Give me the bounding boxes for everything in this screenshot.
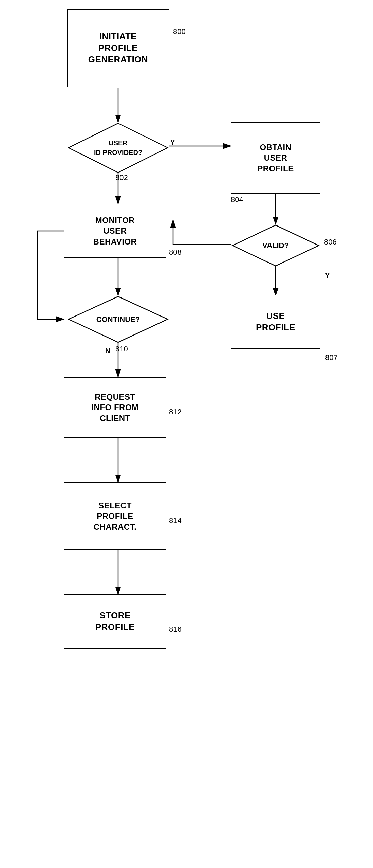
label-808: 808 [169,248,182,257]
label-810: 810 [115,345,128,354]
label-816: 816 [169,625,182,634]
arrow-y2: Y [325,272,330,279]
store-profile-box: STORE PROFILE [64,594,166,649]
select-profile-box: SELECT PROFILE CHARACT. [64,482,166,550]
label-806: 806 [324,238,337,247]
decision-user-id-label: USER ID PROVIDED? [94,138,142,158]
decision-valid-label: VALID? [262,241,289,251]
decision-continue: CONTINUE? [67,295,169,344]
use-profile-box: USE PROFILE [231,295,320,349]
flowchart-diagram: INITIATE PROFILE GENERATION 800 USER ID … [0,0,373,868]
start-box: INITIATE PROFILE GENERATION [67,9,169,87]
label-802: 802 [115,173,128,182]
request-info-box: REQUEST INFO FROM CLIENT [64,377,166,438]
monitor-behavior-box: MONITOR USER BEHAVIOR [64,204,166,258]
decision-user-id: USER ID PROVIDED? [67,122,169,174]
label-804: 804 [231,195,243,204]
label-800: 800 [173,27,186,36]
arrow-y1: Y [170,139,175,146]
obtain-profile-box: OBTAIN USER PROFILE [231,122,320,194]
arrow-n1: N [105,347,110,355]
decision-continue-label: CONTINUE? [96,314,140,324]
label-812: 812 [169,408,182,416]
label-814: 814 [169,516,182,525]
decision-valid: VALID? [231,223,320,268]
label-807: 807 [325,353,338,362]
